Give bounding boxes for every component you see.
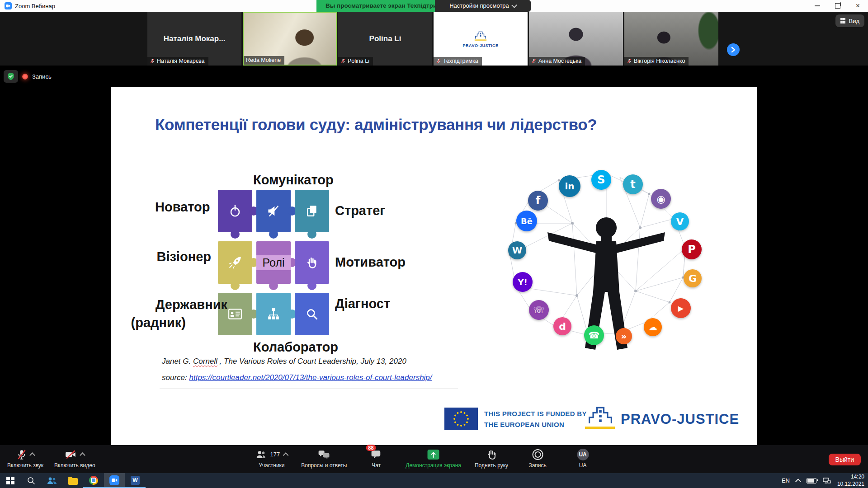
start-video-button[interactable]: Включить видео	[54, 448, 95, 469]
time: 14:20	[837, 474, 864, 481]
taskbar-clock[interactable]: 14:20 10.12.2021	[837, 474, 864, 488]
leave-meeting-button[interactable]: Выйти	[829, 454, 861, 465]
wordpress-icon: W	[508, 241, 526, 259]
taskbar-word[interactable]: W	[125, 473, 146, 488]
video-thumbnails-strip: Наталія Мокар... Наталія Мокарєва Reda M…	[0, 12, 868, 66]
source-link[interactable]: https://courtleader.net/2020/07/13/the-v…	[189, 373, 432, 382]
chat-button[interactable]: 88 Чат	[360, 448, 392, 469]
puzzle-piece-strategist	[295, 190, 329, 232]
zoom-toolbar: Включить звук Включить видео	[0, 445, 868, 473]
zoom-webinar-window: Zoom Вебинар Вы просматриваете экран Тех…	[0, 0, 868, 488]
shared-presentation-slide: Компетенції голови суду: адміністрування…	[111, 87, 757, 445]
raise-hand-button[interactable]: Поднять руку	[475, 448, 508, 469]
org-chart-icon	[267, 307, 280, 321]
view-layout-button[interactable]: Вид	[835, 14, 864, 27]
taskbar-chrome[interactable]	[83, 473, 104, 488]
taskbar-file-explorer[interactable]	[62, 473, 83, 488]
role-label-innovator: Новатор	[155, 200, 207, 215]
source-line: source: https://courtleader.net/2020/07/…	[162, 373, 432, 382]
puzzle-piece-innovator	[218, 190, 252, 232]
participants-count: 177	[270, 451, 280, 458]
maximize-button[interactable]	[827, 0, 848, 12]
muted-mic-icon	[531, 58, 537, 64]
muted-mic-icon	[436, 58, 441, 64]
start-button[interactable]	[0, 473, 21, 488]
minimize-button[interactable]	[807, 0, 827, 12]
window-titlebar: Zoom Вебинар Вы просматриваете экран Тех…	[0, 0, 868, 12]
participant-name-label: Reda Moliene	[244, 56, 284, 65]
whatsapp-icon: ☎	[584, 325, 604, 345]
interpretation-button[interactable]: UA UA	[567, 448, 599, 469]
participant-tile[interactable]: PRAVO-JUSTICE Техпідтримка	[434, 12, 528, 66]
pravo-justice-brand: PRAVO-JUSTICE	[621, 411, 739, 427]
role-label-diagnost: Діагност	[335, 296, 390, 311]
puzzle-piece-motivator	[295, 241, 329, 284]
language-ua-icon: UA	[577, 449, 589, 460]
windows-logo-icon	[6, 477, 14, 485]
participant-tile[interactable]: Наталія Мокар... Наталія Мокарєва	[147, 12, 241, 66]
record-icon	[532, 449, 543, 460]
taskbar-search-button[interactable]	[21, 473, 42, 488]
date: 10.12.2021	[837, 481, 864, 488]
youtube-icon: ▶	[671, 298, 691, 318]
twitter-icon: t	[623, 174, 643, 194]
qa-bubbles-icon	[318, 450, 330, 460]
chrome-icon	[89, 476, 98, 485]
participant-tile[interactable]: Polina Li Polina Li	[338, 12, 432, 66]
participant-name-label: Анна Мостецька	[529, 57, 585, 66]
hand-icon	[305, 256, 319, 269]
language-indicator[interactable]: EN	[782, 477, 790, 484]
record-button[interactable]: Запись	[522, 448, 553, 469]
chevron-right-icon	[731, 47, 736, 53]
vimeo-icon: V	[671, 212, 689, 230]
megaphone-icon	[267, 204, 280, 218]
participant-tile-active-speaker[interactable]: Reda Moliene	[243, 12, 337, 66]
video-options-caret[interactable]	[80, 452, 85, 458]
role-label-communicator: Комунікатор	[253, 173, 334, 188]
network-icon[interactable]	[823, 477, 831, 484]
security-shield-icon[interactable]	[4, 70, 18, 83]
next-videos-arrow-button[interactable]	[727, 43, 740, 56]
soundcloud-icon: ☁	[644, 318, 662, 336]
recording-indicator: Запись	[4, 70, 52, 83]
taskbar-people-app[interactable]	[42, 473, 62, 488]
pinterest-icon: P	[682, 239, 702, 259]
role-label-advisor: (радник)	[111, 315, 186, 330]
view-settings-dropdown[interactable]: Настройки просмотра	[435, 0, 531, 12]
linkedin-icon: in	[559, 175, 580, 197]
power-icon	[228, 204, 242, 218]
instagram-icon: ◉	[651, 189, 671, 209]
word-icon: W	[131, 476, 140, 485]
people-app-icon	[47, 476, 57, 485]
tray-chevron-up-icon[interactable]	[795, 479, 801, 484]
unmute-audio-button[interactable]: Включить звук	[7, 448, 43, 469]
share-screen-icon	[428, 450, 439, 460]
eu-flag-logo	[444, 408, 478, 430]
skype-icon: S	[591, 170, 611, 190]
participant-name-label: Техпідтримка	[434, 57, 482, 66]
role-label-motivator: Мотиватор	[335, 255, 406, 270]
close-button[interactable]: ×	[848, 0, 868, 12]
pravo-justice-yellow-bar	[585, 427, 615, 429]
battery-icon[interactable]	[807, 478, 816, 483]
slide-divider-line	[160, 389, 458, 389]
record-dot-icon	[22, 74, 28, 80]
muted-camera-icon	[65, 450, 77, 459]
taskbar-zoom-active[interactable]	[104, 473, 125, 488]
behance-icon: Bē	[516, 211, 537, 231]
viber-icon: ☏	[529, 300, 549, 320]
puzzle-piece-visionary	[218, 241, 252, 284]
participants-button[interactable]: 177 Участники	[256, 448, 288, 469]
muted-mic-icon	[17, 449, 27, 460]
windows-taskbar: W EN 14:20 10.12.2021	[0, 473, 868, 488]
participants-caret[interactable]	[283, 452, 288, 458]
audio-options-caret[interactable]	[29, 452, 35, 458]
role-label-collaborator: Колаборатор	[253, 340, 338, 355]
share-screen-button[interactable]: Демонстрация экрана	[406, 448, 461, 469]
role-label-statesman: Державник	[155, 297, 227, 312]
participant-tile[interactable]: Вікторія Ніколаєнко	[624, 12, 718, 66]
qa-button[interactable]: Вопросы и ответы	[301, 448, 347, 469]
puzzle-piece-diagnost	[295, 293, 329, 335]
role-label-strategist: Стратег	[335, 203, 385, 218]
participant-tile[interactable]: Анна Мостецька	[529, 12, 623, 66]
